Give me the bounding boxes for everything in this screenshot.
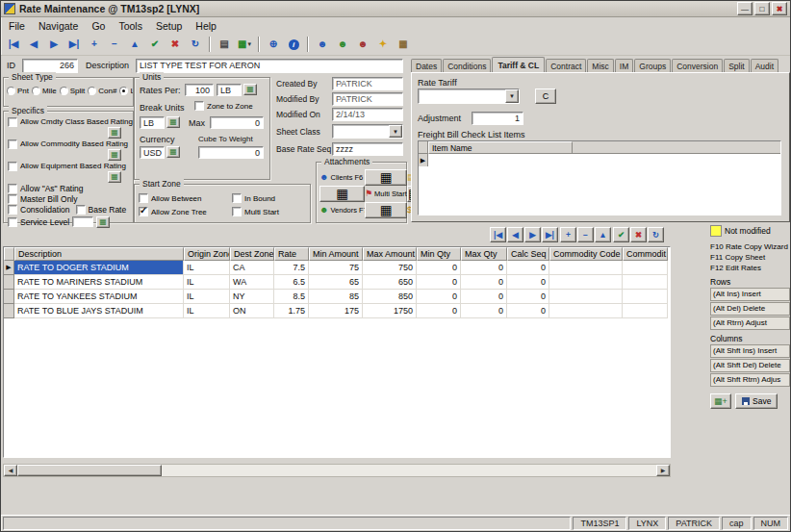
table-cell[interactable]: 0 [417,275,461,290]
sheet-type-mile-radio[interactable]: Mile [32,87,57,95]
allow-cmdty-class-checkbox[interactable]: Allow Cmdty Class Based Rating [8,117,133,127]
export-grid-button[interactable]: ▦ [235,36,254,53]
table-cell[interactable]: WA [230,275,274,290]
maximize-button[interactable]: □ [754,2,770,15]
column-header[interactable]: Max Amount [363,247,417,261]
tab-contract[interactable]: Contract [546,59,586,72]
table-cell[interactable]: 0 [507,261,549,275]
grid-delete-button[interactable]: − [577,227,594,242]
table-row[interactable]: RATE TO YANKEES STADIUM IL NY 8.5 85 850… [4,290,670,304]
currency-lookup-button[interactable]: ▦ [166,146,180,158]
sheet-type-con-radio[interactable]: Con# [88,87,116,95]
table-cell[interactable]: 0 [507,275,549,290]
grid-cancel-button[interactable]: ✖ [630,227,647,242]
insert-record-button[interactable]: + [85,36,104,53]
column-header[interactable]: Rate [274,247,309,261]
tab-split[interactable]: Split [724,59,750,72]
table-row[interactable]: RATE TO MARINERS STADIUM IL WA 6.5 65 65… [4,275,670,290]
table-cell[interactable]: RATE TO BLUE JAYS STADUIM [14,304,184,318]
adjustment-field[interactable]: 1 [472,112,523,125]
internet-button[interactable]: ⊕ [264,36,283,53]
table-cell[interactable]: 0 [507,290,549,304]
menu-item[interactable]: Navigate [32,19,85,33]
multi-start-pts-button[interactable]: ⚑Multi Start Pts [365,186,407,202]
rates-per-unit-lookup-button[interactable]: ▦ [243,84,257,95]
break-units-lookup-button[interactable]: ▦ [166,116,180,128]
c-button[interactable]: C [535,89,556,104]
column-header[interactable]: Calc Seq [507,247,549,261]
grid-post-button[interactable]: ✔ [613,227,629,242]
currency-field[interactable]: USD [140,146,165,159]
sidebar-action[interactable]: (Alt Shft Rtrn) Adjus [710,373,790,387]
menu-item[interactable]: Tools [112,19,149,33]
table-cell[interactable] [623,304,668,318]
scroll-right-button[interactable]: ▶ [656,465,670,476]
titlebar[interactable]: Rate Maintenance @ TM13sp2 [LYNX] — □ ✖ [1,1,790,17]
consolidation-checkbox[interactable]: Consolidation [8,205,70,215]
allow-as-rating-checkbox[interactable]: Allow "As" Rating [8,184,84,193]
tab-dates[interactable]: Dates [411,59,442,72]
menu-item[interactable]: Go [85,19,112,33]
table-cell[interactable]: 175 [309,304,363,318]
table-cell[interactable]: 0 [507,304,549,318]
table-cell[interactable]: 650 [363,275,417,290]
table-cell[interactable]: 0 [461,290,507,304]
tab-conditions[interactable]: Conditions [443,59,491,72]
delete-record-button[interactable]: − [105,36,124,53]
table-cell[interactable]: 75 [309,261,363,275]
tab-conversion[interactable]: Conversion [672,59,723,72]
clients-button[interactable]: ☻ [313,36,332,53]
table-cell[interactable]: RATE TO YANKEES STADIUM [14,290,184,304]
table-cell[interactable]: CA [230,261,274,275]
table-cell[interactable]: 1.75 [274,304,309,318]
table-cell[interactable] [549,261,623,275]
print-button[interactable]: ▤ [215,36,234,53]
sheet-type-list-radio[interactable]: List [119,87,133,95]
next-record-button[interactable]: ▶ [44,36,64,53]
grid-last-button[interactable]: ▶| [542,227,558,242]
table-row[interactable]: RATE TO DOGER STADIUM IL CA 7.5 75 750 0… [4,261,670,275]
base-rate-seq-field[interactable]: zzzz [332,142,403,156]
table-cell[interactable]: RATE TO MARINERS STADIUM [14,275,184,290]
about-button[interactable]: i [284,36,303,53]
scrollbar-track[interactable] [162,465,656,476]
table-cell[interactable]: 0 [417,304,461,318]
vendors-f7-more-button[interactable]: ▦ [365,169,407,186]
checklist-column-header[interactable]: Item Name [428,141,573,154]
table-cell[interactable] [623,261,668,275]
table-cell[interactable]: 0 [461,304,507,318]
table-cell[interactable]: 0 [461,275,507,290]
users-button[interactable]: ☻ [353,36,372,53]
allow-between-checkbox[interactable]: Allow Between [139,191,232,205]
table-cell[interactable]: 1750 [363,304,417,318]
table-cell[interactable]: 0 [417,290,461,304]
rate-tariff-dropdown-button[interactable]: ▼ [505,89,519,103]
tab-im[interactable]: IM [615,59,633,72]
post-edit-button[interactable]: ✔ [145,36,165,53]
scrollbar-thumb[interactable] [17,465,162,476]
max-field[interactable]: 0 [210,116,264,129]
menu-item[interactable]: File [2,19,32,33]
service-level-field[interactable] [72,216,93,227]
column-header[interactable]: Commodit [623,247,668,261]
table-cell[interactable]: ON [230,304,274,318]
tab-tariff-cl[interactable]: Tariff & CL [492,57,545,72]
cmdty-class-lookup-button[interactable]: ▦ [108,127,121,139]
cube-to-weight-field[interactable]: 0 [198,146,264,159]
edit-record-button[interactable]: ▲ [125,36,144,53]
sheet-class-dropdown-button[interactable]: ▼ [389,125,402,138]
zone-to-zone-checkbox[interactable]: Zone to Zone [194,101,253,111]
table-cell[interactable]: 750 [363,261,417,275]
grid-edit-button[interactable]: ▲ [595,227,611,242]
grid-insert-button[interactable]: + [560,227,576,242]
table-cell[interactable] [549,275,623,290]
table-cell[interactable]: IL [184,290,230,304]
column-header[interactable]: Origin Zone [184,247,230,261]
refresh-button[interactable]: ↻ [186,36,205,53]
allow-equipment-checkbox[interactable]: Allow Equipment Based Rating [8,162,126,171]
rates-per-field[interactable]: 100 [185,84,214,96]
menu-item[interactable]: Setup [149,19,189,33]
table-cell[interactable] [623,290,668,304]
vendors-f7-button[interactable]: ☻Vendors F7 [319,202,365,218]
cancel-edit-button[interactable]: ✖ [166,36,185,53]
